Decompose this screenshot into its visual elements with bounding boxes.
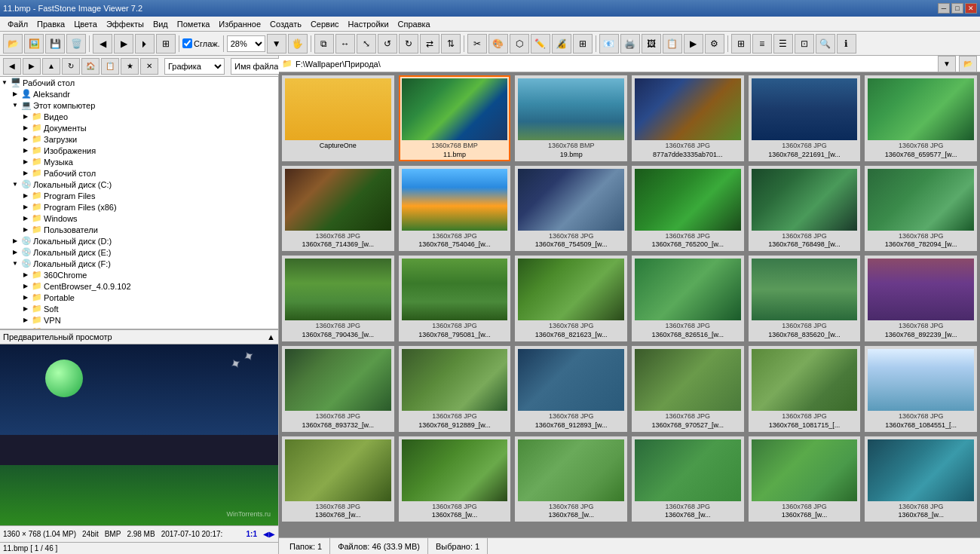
open-button[interactable]: 📂 <box>3 34 23 54</box>
compare-button[interactable]: ⊞ <box>573 34 593 54</box>
thumb-size-button[interactable]: ⊡ <box>795 34 814 54</box>
tree-item-soft[interactable]: ▶ 📁 Soft <box>21 303 278 314</box>
save-button[interactable]: 💾 <box>45 34 65 54</box>
thumbnail-item-26[interactable]: 1360x768 JPG1360x768_[w... <box>515 436 627 522</box>
forward-button[interactable]: ▶ <box>23 58 41 75</box>
grid-button[interactable]: ⊞ <box>731 34 751 54</box>
menu-service[interactable]: Сервис <box>306 18 344 30</box>
cursor-mode[interactable]: 🖐️ <box>288 34 308 54</box>
thumbnail-item-7[interactable]: 1360x768 JPG1360x768_754046_[w... <box>399 166 511 252</box>
thumbnail-item-17[interactable]: 1360x768 JPG1360x768_892239_[w... <box>865 256 977 341</box>
tree-item-desktop2[interactable]: ▶ 📁 Рабочий стол <box>21 167 278 179</box>
sharpen-button[interactable]: ⬡ <box>510 34 529 54</box>
tree-item-downloads[interactable]: ▶ 📁 Загрузки <box>21 133 278 145</box>
tree-item-disk-e[interactable]: ▶ 💿 Локальный диск (E:) <box>11 246 278 258</box>
thumbnail-item-29[interactable]: 1360x768 JPG1360x768_[w... <box>865 436 977 522</box>
slideshow2-button[interactable]: ▶ <box>684 34 703 54</box>
tree-item-disk-f[interactable]: ▼ 💿 Локальный диск (F:) <box>11 258 278 269</box>
thumbnail-item-9[interactable]: 1360x768 JPG1360x768_765200_[w... <box>632 166 744 252</box>
thumbnail-item-21[interactable]: 1360x768 JPG1360x768_970527_[w... <box>632 346 744 432</box>
thumbnail-item-16[interactable]: 1360x768 JPG1360x768_835620_[w... <box>749 256 861 341</box>
fav-button[interactable]: ★ <box>121 58 139 75</box>
home-button[interactable]: 🏠 <box>81 58 100 75</box>
thumbnail-item-20[interactable]: 1360x768 JPG1360x768_912893_[w... <box>515 346 627 432</box>
menu-mark[interactable]: Пометка <box>173 18 215 30</box>
tree-item-windows[interactable]: ▶ 📁 Windows <box>21 213 278 224</box>
thumbnail-item-18[interactable]: 1360x768 JPG1360x768_893732_[w... <box>282 346 394 432</box>
thumbnail-area[interactable]: CaptureOne1360x768 BMP11.bmp1360x768 BMP… <box>279 72 980 537</box>
menu-colors[interactable]: Цвета <box>69 18 102 30</box>
up-button[interactable]: ▲ <box>42 58 60 75</box>
tree-item-centbrowser[interactable]: ▶ 📁 CentBrowser_4.0.9.102 <box>21 280 278 292</box>
thumbnail-item-1[interactable]: 1360x768 BMP11.bmp <box>399 75 511 161</box>
thumbnail-item-2[interactable]: 1360x768 BMP19.bmp <box>515 75 627 161</box>
tree-item-progfiles[interactable]: ▶ 📁 Program Files <box>21 190 278 201</box>
copy-button[interactable]: ⧉ <box>314 34 334 54</box>
menu-create[interactable]: Создать <box>265 18 306 30</box>
menu-help[interactable]: Справка <box>394 18 435 30</box>
path-expand-button[interactable]: ▼ <box>938 56 956 72</box>
menu-settings[interactable]: Настройки <box>344 18 394 30</box>
prev-button[interactable]: ◀ <box>93 34 112 54</box>
back-button[interactable]: ◀ <box>3 58 21 75</box>
tree-item-users[interactable]: ▶ 📁 Пользователи <box>21 224 278 235</box>
crop-button[interactable]: ✂ <box>467 34 487 54</box>
watermark-button[interactable]: 🔏 <box>552 34 571 54</box>
zoom-select[interactable]: 28% 50% 100% <box>227 35 265 52</box>
batch-button[interactable]: 📋 <box>663 34 682 54</box>
thumbnail-item-6[interactable]: 1360x768 JPG1360x768_714369_[w... <box>282 166 394 252</box>
menu-view[interactable]: Вид <box>149 18 173 30</box>
search-button[interactable]: 🔍 <box>816 34 835 54</box>
browse-folder-button[interactable]: 📂 <box>959 56 977 72</box>
tree-item-vpn[interactable]: ▶ 📁 VPN <box>21 314 278 326</box>
tree-item-disk-d[interactable]: ▶ 💿 Локальный диск (D:) <box>11 235 278 246</box>
thumbnail-item-22[interactable]: 1360x768 JPG1360x768_1081715_[... <box>749 346 861 432</box>
thumbnail-item-28[interactable]: 1360x768 JPG1360x768_[w... <box>749 436 861 522</box>
smooth-checkbox[interactable]: Сглаж. <box>182 38 220 48</box>
thumbnail-item-11[interactable]: 1360x768 JPG1360x768_782094_[w... <box>865 166 977 252</box>
slideshow-button[interactable]: ⏵ <box>135 34 155 54</box>
thumbnail-item-14[interactable]: 1360x768 JPG1360x768_821623_[w... <box>515 256 627 341</box>
details-button[interactable]: ☰ <box>773 34 793 54</box>
info-button[interactable]: ℹ <box>837 34 856 54</box>
tree-item-music[interactable]: ▶ 📁 Музыка <box>21 156 278 167</box>
delete-button[interactable]: 🗑️ <box>66 34 86 54</box>
refresh-button[interactable]: ↻ <box>62 58 80 75</box>
tree-item-portable[interactable]: ▶ 📁 Portable <box>21 292 278 303</box>
rotate-r-button[interactable]: ↻ <box>399 34 418 54</box>
tree-item-360chrome[interactable]: ▶ 📁 360Chrome <box>21 269 278 280</box>
tree-item-desktop-root[interactable]: ▼ 🖥️ Рабочий стол <box>0 77 278 88</box>
tree-item-docs[interactable]: ▶ 📁 Документы <box>21 122 278 133</box>
close-button[interactable]: ✕ <box>965 3 977 14</box>
thumbnail-item-8[interactable]: 1360x768 JPG1360x768_754509_[w... <box>515 166 627 252</box>
thumbnail-item-23[interactable]: 1360x768 JPG1360x768_1084551_[... <box>865 346 977 432</box>
flip-v-button[interactable]: ⇅ <box>441 34 461 54</box>
thumbnail-item-4[interactable]: 1360x768 JPG1360x768_221691_[w... <box>749 75 861 161</box>
grid2-button[interactable]: ≡ <box>752 34 772 54</box>
tree-item-images[interactable]: ▶ 📁 Изображения <box>21 145 278 156</box>
copy-path-button[interactable]: 📋 <box>101 58 119 75</box>
tree-item-aleksandr[interactable]: ▶ 👤 Aleksandr <box>11 88 278 99</box>
wallpaper-button[interactable]: 🖼 <box>642 34 661 54</box>
tree-item-disk-c[interactable]: ▼ 💿 Локальный диск (C:) <box>11 179 278 190</box>
resize-button[interactable]: ⤡ <box>357 34 376 54</box>
thumbnail-item-3[interactable]: 1360x768 JPG877a7dde3335ab701... <box>632 75 744 161</box>
menu-file[interactable]: Файл <box>3 18 32 30</box>
move-button[interactable]: ↔ <box>335 34 355 54</box>
maximize-button[interactable]: □ <box>951 3 963 14</box>
rotate-l-button[interactable]: ↺ <box>378 34 397 54</box>
flip-h-button[interactable]: ⇄ <box>420 34 439 54</box>
sort-select[interactable]: Графика <box>164 58 225 75</box>
zoom-dropdown[interactable]: ▼ <box>267 34 286 54</box>
next-button[interactable]: ▶ <box>114 34 133 54</box>
zoom-fit-button[interactable]: ⊞ <box>156 34 176 54</box>
menu-favorites[interactable]: Избранное <box>214 18 265 30</box>
menu-effects[interactable]: Эффекты <box>102 18 149 30</box>
color-button[interactable]: 🎨 <box>488 34 508 54</box>
tree-item-this-pc[interactable]: ▼ 💻 Этот компьютер <box>11 99 278 111</box>
thumbnail-item-27[interactable]: 1360x768 JPG1360x768_[w... <box>632 436 744 522</box>
minimize-button[interactable]: ─ <box>938 3 950 14</box>
menu-edit[interactable]: Правка <box>32 18 69 30</box>
thumbnail-item-19[interactable]: 1360x768 JPG1360x768_912889_[w... <box>399 346 511 432</box>
email-button[interactable]: 📧 <box>599 34 619 54</box>
